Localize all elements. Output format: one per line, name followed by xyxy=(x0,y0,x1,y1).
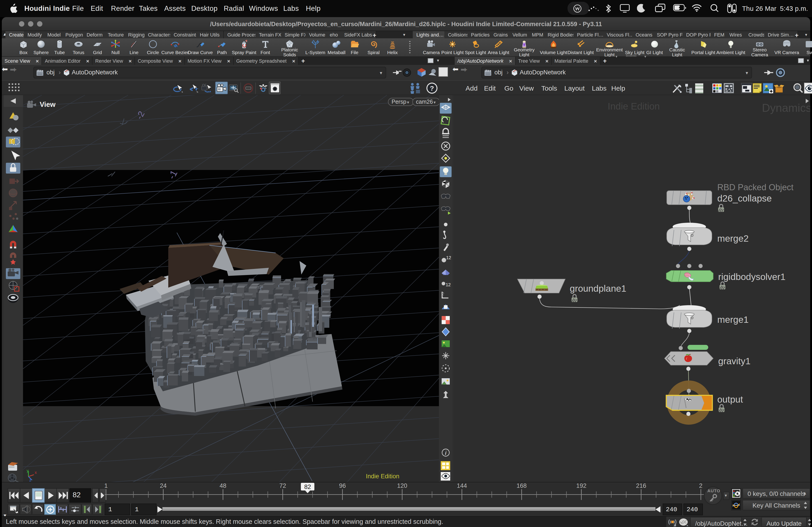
svg-text:Dynamics: Dynamics xyxy=(762,102,810,114)
svg-text:12: 12 xyxy=(446,282,451,287)
svg-text:d26_collapse: d26_collapse xyxy=(717,193,772,204)
svg-text:gravity1: gravity1 xyxy=(718,356,751,366)
svg-text:merge1: merge1 xyxy=(717,314,749,325)
svg-text:2: 2 xyxy=(699,482,702,489)
svg-text:72: 72 xyxy=(279,482,286,489)
svg-text:96: 96 xyxy=(339,482,346,489)
svg-text:y: y xyxy=(27,468,29,473)
svg-text:z: z xyxy=(29,478,31,482)
svg-text:merge2: merge2 xyxy=(717,233,749,244)
svg-text:82: 82 xyxy=(304,483,311,490)
svg-text:24: 24 xyxy=(160,482,167,489)
svg-text:rigidbodysolver1: rigidbodysolver1 xyxy=(718,272,786,282)
svg-text:192: 192 xyxy=(576,482,586,489)
svg-text:48: 48 xyxy=(220,482,227,489)
svg-text:12: 12 xyxy=(446,255,451,260)
svg-text:168: 168 xyxy=(517,482,527,489)
svg-text:1: 1 xyxy=(104,482,107,489)
svg-text:120: 120 xyxy=(397,482,407,489)
svg-text:x: x xyxy=(35,470,37,475)
svg-text:Indie Edition: Indie Edition xyxy=(608,101,660,111)
svg-text:output: output xyxy=(717,394,743,405)
svg-text:144: 144 xyxy=(457,482,467,489)
svg-text:groundplane1: groundplane1 xyxy=(570,283,626,294)
svg-text:?: ? xyxy=(430,85,434,92)
svg-text:216: 216 xyxy=(636,482,646,489)
svg-text:RBD Packed Object: RBD Packed Object xyxy=(717,183,794,192)
